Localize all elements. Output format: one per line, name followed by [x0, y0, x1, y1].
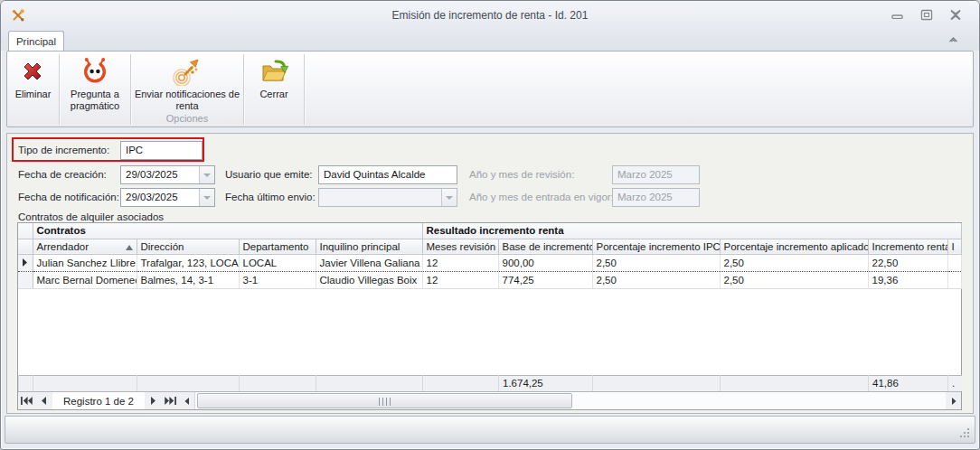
col-incremento-renta[interactable]: Incremento renta [868, 239, 947, 254]
col-arrendador[interactable]: Arrendador [33, 239, 137, 254]
anio-revision-field: Marzo 2025 [612, 165, 700, 184]
selector-band-cell [18, 223, 33, 239]
horizontal-scrollbar[interactable] [194, 392, 946, 409]
cell[interactable]: 2,50 [592, 254, 720, 271]
app-icon [11, 8, 25, 23]
cell[interactable]: Trafalgar, 123, LOCAL [137, 254, 239, 271]
tab-principal[interactable]: Principal [8, 31, 64, 51]
ribbon-group-cerrar: Cerrar [244, 52, 304, 127]
restore-button[interactable] [919, 9, 934, 21]
summary-cell [19, 375, 33, 391]
close-folder-icon [259, 57, 289, 86]
tipo-incremento-label: Tipo de incremento: [18, 145, 109, 155]
fecha-creacion-label: Fecha de creación: [18, 169, 107, 180]
scroll-left-button[interactable] [179, 392, 194, 409]
col-partial[interactable]: I [947, 239, 961, 254]
band-resultado[interactable]: Resultado incremento renta [422, 223, 961, 239]
summary-incremento-renta: 41,86 [869, 375, 948, 391]
band-row: Contratos Resultado incremento renta [18, 223, 961, 239]
cell[interactable]: 900,00 [498, 254, 592, 271]
nav-first-icon [21, 397, 33, 405]
fecha-notificacion-field[interactable]: 29/03/2025 [120, 188, 215, 207]
nav-prev-icon [41, 397, 47, 405]
cell[interactable]: 3-1 [239, 271, 316, 288]
header-row: Arrendador Dirección Departamento Inquil… [18, 239, 961, 254]
cell[interactable]: 774,25 [498, 271, 592, 288]
ribbon-group-eliminar: Eliminar [7, 52, 59, 127]
table-row[interactable]: Julian Sanchez Llibre Trafalgar, 123, LO… [18, 254, 961, 271]
summary-base-incremento: 1.674,25 [499, 375, 593, 391]
cell[interactable]: Marc Bernal Domenech [33, 271, 137, 288]
nav-first-button[interactable] [18, 392, 35, 409]
usuario-emite-label: Usuario que emite: [225, 169, 313, 180]
band-contratos[interactable]: Contratos [33, 223, 422, 239]
fecha-notificacion-label: Fecha de notificación: [18, 192, 119, 202]
scroll-right-button[interactable] [946, 392, 961, 409]
col-porcentaje-ipc[interactable]: Porcentaje incremento IPC [592, 239, 720, 254]
cerrar-button[interactable]: Cerrar [259, 52, 289, 100]
cell[interactable]: 19,36 [868, 271, 947, 288]
nav-prev-button[interactable] [35, 392, 52, 409]
tipo-incremento-field[interactable]: IPC [120, 141, 203, 160]
cell[interactable]: 22,50 [868, 254, 947, 271]
col-meses-revision[interactable]: Meses revisión [422, 239, 498, 254]
cell[interactable]: 2,50 [720, 254, 868, 271]
cell[interactable]: LOCAL [239, 254, 316, 271]
cell[interactable]: 12 [422, 271, 498, 288]
cell[interactable] [947, 271, 961, 288]
fecha-notificacion-dropdown[interactable] [199, 189, 214, 206]
usuario-emite-value: David Quintas Alcalde [324, 169, 426, 180]
nav-last-button[interactable] [162, 392, 179, 409]
nav-next-icon [150, 397, 156, 405]
enviar-notificaciones-button[interactable]: Enviar notificaciones de renta [131, 52, 243, 111]
tipo-incremento-value: IPC [126, 145, 143, 155]
cell[interactable]: Julian Sanchez Llibre [33, 254, 137, 271]
ultimo-envio-label: Fecha último envio: [225, 192, 316, 202]
pregunta-pragmatico-label: Pregunta a pragmático [60, 89, 130, 111]
cell[interactable]: Javier Villena Galiana [316, 254, 422, 271]
group-caption-empty-3 [244, 113, 304, 127]
grid-table: Contratos Resultado incremento renta Arr… [18, 223, 962, 289]
anio-vigor-field: Marzo 2025 [612, 188, 700, 207]
cell[interactable] [947, 254, 961, 271]
summary-cell [593, 375, 721, 391]
resize-grip-icon[interactable] [960, 428, 970, 438]
cell[interactable]: 12 [422, 254, 498, 271]
fecha-creacion-dropdown[interactable] [199, 166, 214, 183]
col-porcentaje-aplicado[interactable]: Porcentaje incremento aplicado [720, 239, 868, 254]
ribbon-collapse-icon[interactable] [947, 34, 959, 45]
col-base-incremento[interactable]: Base de incremento [498, 239, 592, 254]
ribbon-separator [304, 54, 305, 125]
cell[interactable]: Balmes, 14, 3-1 [137, 271, 239, 288]
summary-cell [240, 375, 316, 391]
summary-cell [721, 375, 869, 391]
scroll-left-icon [184, 398, 190, 405]
usuario-emite-field[interactable]: David Quintas Alcalde [318, 165, 457, 184]
grid-empty-area [18, 289, 961, 375]
ribbon-group-pregunta: Pregunta a pragmático [60, 52, 130, 127]
scrollbar-thumb[interactable] [197, 393, 572, 408]
cell[interactable]: 2,50 [720, 271, 868, 288]
col-inquilino[interactable]: Inquilino principal [316, 239, 422, 254]
table-row[interactable]: Marc Bernal Domenech Balmes, 14, 3-1 3-1… [18, 271, 961, 288]
cell[interactable]: 2,50 [592, 271, 720, 288]
eliminar-label: Eliminar [15, 89, 52, 100]
nav-next-button[interactable] [145, 392, 162, 409]
eliminar-button[interactable]: Eliminar [15, 52, 52, 100]
col-direccion[interactable]: Dirección [137, 239, 239, 254]
row-selector[interactable] [18, 271, 33, 288]
close-button[interactable] [948, 9, 963, 21]
send-notifications-icon [172, 57, 203, 86]
record-navigator: Registro 1 de 2 [18, 391, 961, 409]
fecha-creacion-field[interactable]: 29/03/2025 [120, 165, 215, 184]
summary-row: 1.674,25 41,86 . [18, 375, 962, 392]
col-departamento[interactable]: Departamento [239, 239, 316, 254]
row-focus-icon [23, 258, 27, 267]
selector-header-cell [18, 239, 33, 254]
nav-last-icon [165, 397, 176, 405]
minimize-button[interactable] [890, 9, 905, 21]
pregunta-pragmatico-button[interactable]: Pregunta a pragmático [60, 52, 130, 111]
app-window: Emisión de incremento de renta - Id. 201… [0, 0, 980, 450]
row-focus-indicator [18, 254, 33, 271]
cell[interactable]: Claudio Villegas Boix [316, 271, 422, 288]
